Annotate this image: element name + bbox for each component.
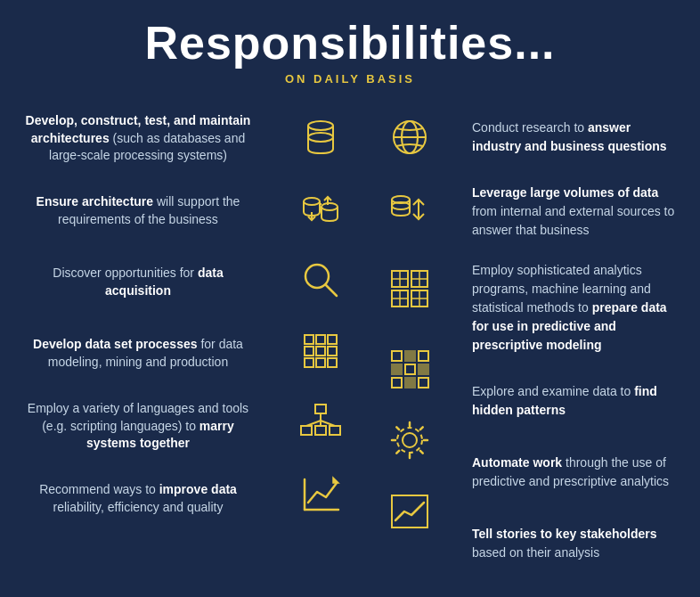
network-icon — [297, 399, 344, 446]
data-grid-icon — [297, 328, 344, 374]
trend-chart-icon — [387, 488, 433, 535]
icon-cell-r3 — [382, 244, 437, 333]
center-column-2 — [365, 102, 454, 579]
subtitle: ON DAILY BASIS — [18, 72, 682, 86]
svg-point-3 — [322, 203, 338, 210]
right-item-1: Conduct research to answer industry and … — [463, 102, 691, 173]
svg-rect-22 — [330, 426, 340, 435]
left-item-5: Employ a variety of languages and tools … — [9, 389, 267, 463]
data-exchange-icon — [297, 185, 344, 232]
icon-cell-r2 — [382, 173, 437, 244]
svg-point-1 — [308, 133, 333, 142]
icon-cell-r1 — [382, 102, 437, 173]
svg-rect-14 — [328, 358, 337, 367]
svg-line-5 — [326, 285, 337, 296]
globe-icon — [387, 114, 433, 160]
icon-cell-r4 — [382, 333, 437, 405]
left-item-6: Recommend ways to improve data reliabili… — [9, 463, 267, 535]
icon-cell-1 — [293, 102, 348, 173]
icon-cell-r5 — [382, 405, 437, 476]
left-item-1: Develop, construct, test, and maintain a… — [9, 102, 267, 176]
right-item-2: Leverage large volumes of data from inte… — [463, 173, 691, 250]
icon-cell-4 — [293, 315, 348, 387]
svg-point-0 — [308, 121, 333, 130]
svg-rect-11 — [328, 347, 337, 356]
svg-rect-54 — [392, 495, 427, 527]
svg-point-52 — [403, 433, 417, 447]
svg-rect-7 — [316, 335, 325, 344]
svg-rect-43 — [392, 351, 402, 361]
svg-rect-9 — [305, 347, 313, 356]
svg-rect-15 — [315, 405, 326, 413]
right-item-5: Automate work through the use of predict… — [463, 437, 691, 508]
svg-rect-10 — [316, 347, 325, 356]
svg-rect-20 — [301, 426, 312, 435]
database-icon — [297, 114, 344, 160]
pattern-icon — [387, 346, 433, 392]
main-title: Responsibilities... — [18, 18, 682, 69]
left-item-3: Discover opportunities for data acquisit… — [9, 247, 267, 318]
icon-cell-r6 — [382, 476, 437, 547]
right-item-4: Explore and examine data to find hidden … — [463, 365, 691, 437]
icon-cell-6 — [293, 458, 348, 529]
right-item-3: Employ sophisticated analytics programs,… — [463, 250, 691, 365]
svg-rect-46 — [392, 364, 402, 374]
chart-icon — [297, 470, 344, 517]
search-icon — [297, 257, 344, 303]
content-area: Develop, construct, test, and maintain a… — [0, 102, 700, 579]
center-column — [276, 102, 365, 579]
data-flow-icon — [387, 185, 433, 232]
right-item-6: Tell stories to key stakeholders based o… — [463, 508, 691, 579]
svg-rect-6 — [305, 335, 313, 344]
svg-rect-44 — [405, 351, 415, 361]
svg-point-2 — [304, 198, 320, 205]
svg-rect-48 — [419, 364, 428, 374]
svg-rect-45 — [419, 351, 428, 361]
gear-icon — [387, 417, 433, 463]
left-column: Develop, construct, test, and maintain a… — [9, 102, 276, 579]
svg-rect-8 — [328, 335, 337, 344]
header: Responsibilities... ON DAILY BASIS — [0, 18, 700, 86]
icon-cell-2 — [293, 173, 348, 244]
svg-point-53 — [397, 428, 422, 453]
left-item-4: Develop data set processes for data mode… — [9, 318, 267, 389]
right-text-column: Conduct research to answer industry and … — [454, 102, 691, 579]
icon-cell-3 — [293, 244, 348, 315]
page-wrapper: Responsibilities... ON DAILY BASIS Devel… — [0, 0, 700, 597]
svg-rect-21 — [315, 426, 326, 435]
svg-rect-47 — [405, 364, 415, 374]
svg-rect-49 — [392, 378, 402, 388]
svg-rect-51 — [419, 378, 428, 388]
svg-rect-50 — [405, 378, 415, 388]
left-item-2: Ensure architecture will support the req… — [9, 176, 267, 247]
icon-cell-5 — [293, 387, 348, 458]
matrix-icon — [387, 266, 433, 312]
svg-rect-13 — [316, 358, 325, 367]
svg-point-4 — [305, 265, 329, 288]
svg-rect-12 — [305, 358, 313, 367]
